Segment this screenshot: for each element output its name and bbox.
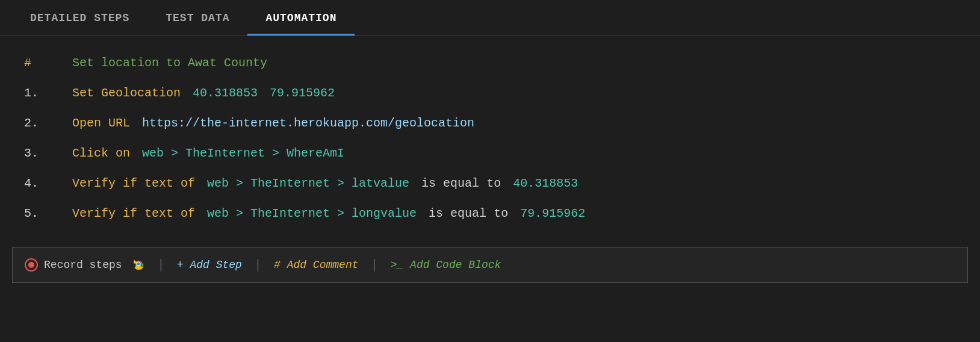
step-number-1: 1. [24,84,60,102]
step-5-element: web > TheInternet > longvalue [207,205,417,223]
step-5-keyword: Verify if text of [72,205,195,223]
step-number-2: 2. [24,114,60,132]
step-4-value: 40.318853 [513,175,578,193]
step-1-param1: 40.318853 [193,84,258,102]
step-comment: # Set location to Awat County [24,48,956,78]
record-steps-button[interactable]: Record steps [25,258,122,272]
divider-1: | [157,258,165,273]
step-2: 2. Open URL https://the-internet.herokua… [24,108,956,138]
step-number-5: 5. [24,205,60,223]
step-4-element: web > TheInternet > latvalue [207,175,409,193]
step-number-comment: # [24,54,60,72]
step-number-4: 4. [24,175,60,193]
record-icon [25,258,38,272]
step-1: 1. Set Geolocation 40.318853 79.915962 [24,78,956,108]
divider-2: | [254,258,262,273]
svg-point-2 [137,262,140,265]
step-5: 5. Verify if text of web > TheInternet >… [24,199,956,229]
step-1-keyword: Set Geolocation [72,84,181,102]
add-code-block-button[interactable]: >_ Add Code Block [391,259,501,271]
tab-bar: DETAILED STEPS TEST DATA AUTOMATION [0,0,980,36]
step-2-url: https://the-internet.herokuapp.com/geolo… [142,114,474,132]
step-4-condition: is equal to [421,175,501,193]
step-3-keyword: Click on [72,145,130,163]
tab-automation[interactable]: AUTOMATION [247,0,355,36]
record-label: Record steps [44,259,122,271]
automation-content: # Set location to Awat County 1. Set Geo… [0,36,980,241]
tab-test-data[interactable]: TEST DATA [147,0,247,36]
divider-3: | [371,258,379,273]
step-4-keyword: Verify if text of [72,175,195,193]
step-comment-text: Set location to Awat County [72,54,267,72]
chrome-browser-icon[interactable] [132,257,145,273]
step-1-param2: 79.915962 [270,84,335,102]
footer-toolbar: Record steps | + Add Step | # Add Commen… [12,247,968,283]
step-3-element: web > TheInternet > WhereAmI [142,145,344,163]
step-3: 3. Click on web > TheInternet > WhereAmI [24,138,956,169]
step-4: 4. Verify if text of web > TheInternet >… [24,169,956,199]
step-number-3: 3. [24,145,60,163]
step-5-value: 79.915962 [520,205,585,223]
add-comment-button[interactable]: # Add Comment [274,259,358,271]
step-5-condition: is equal to [429,205,508,223]
step-2-keyword: Open URL [72,114,130,132]
add-step-button[interactable]: + Add Step [177,259,242,271]
record-dot [28,262,34,268]
tab-detailed-steps[interactable]: DETAILED STEPS [12,0,147,36]
